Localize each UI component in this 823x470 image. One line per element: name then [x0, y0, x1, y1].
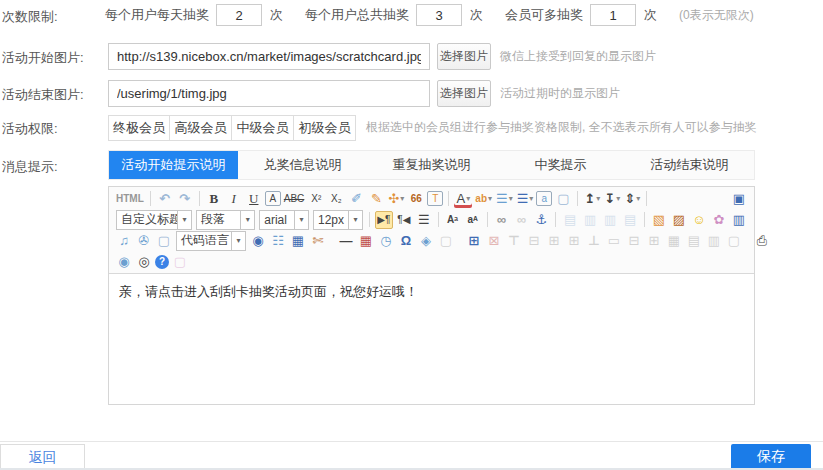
unordered-list-icon[interactable]: ☰▾ [516, 190, 535, 208]
chevron-down-icon[interactable]: ▾ [466, 190, 470, 207]
underline-icon[interactable]: U [245, 190, 263, 208]
line-height-icon[interactable]: ⇕▾ [623, 190, 641, 208]
rtl-paragraph-icon[interactable]: ¶◀ [395, 211, 413, 229]
emotion-icon[interactable]: ☺ [690, 211, 708, 229]
chevron-down-icon[interactable]: ▾ [509, 190, 513, 207]
help-icon[interactable]: ? [155, 255, 169, 269]
back-button[interactable]: 返回 [0, 444, 85, 470]
scrawl-icon[interactable]: ✿ [710, 211, 728, 229]
chevron-down-icon[interactable]: ▾ [240, 211, 254, 229]
formula-icon[interactable]: ▢ [437, 232, 455, 250]
chevron-down-icon[interactable]: ▾ [348, 211, 362, 229]
fullscreen-icon[interactable]: ▣ [730, 190, 748, 208]
paragraph-space-top-icon[interactable]: ↥▾ [583, 190, 601, 208]
chevron-down-icon[interactable]: ▾ [488, 190, 492, 207]
table-shade-icon[interactable]: ▦ [665, 232, 683, 250]
baidu-app-icon[interactable]: ◈ [417, 232, 435, 250]
member-extra-input[interactable] [590, 4, 636, 26]
message-tab[interactable]: 中奖提示 [496, 151, 625, 179]
map-icon[interactable]: ◉ [249, 232, 267, 250]
unlink-icon[interactable]: ∞ [512, 211, 530, 229]
template-icon[interactable]: ▦ [289, 232, 307, 250]
html-source-icon[interactable]: HTML [115, 190, 145, 208]
insert-row-icon[interactable]: ⊞ [545, 232, 563, 250]
image-none-float-icon[interactable]: ▤ [561, 211, 579, 229]
per-day-input[interactable] [216, 4, 262, 26]
paragraph-space-bottom-icon[interactable]: ↧▾ [603, 190, 621, 208]
member-group-button[interactable]: 终极会员 [108, 115, 170, 141]
chevron-down-icon[interactable]: ▾ [294, 211, 308, 229]
remove-format-icon[interactable]: ✐ [347, 190, 365, 208]
font-color-icon[interactable]: A▾ [454, 190, 472, 208]
member-group-button[interactable]: 初级会员 [294, 115, 356, 141]
strikethrough-icon[interactable]: ABC [283, 190, 306, 208]
message-tab[interactable]: 兑奖信息说明 [238, 151, 367, 179]
find-replace-icon[interactable]: ◎ [135, 253, 153, 271]
screenshot-icon[interactable]: ✄ [309, 232, 327, 250]
image-left-float-icon[interactable]: ▥ [581, 211, 599, 229]
lowercase-icon[interactable]: aᴬ [464, 211, 482, 229]
paste-plain-icon[interactable]: T [427, 191, 443, 206]
anchor-label-icon[interactable]: a [536, 191, 552, 206]
border-text-icon[interactable]: A [265, 191, 281, 206]
image-center-icon[interactable]: ▤ [621, 211, 639, 229]
autotypeset-icon[interactable]: ✣▾ [387, 190, 405, 208]
paste-grayed-icon[interactable]: ▢ [171, 253, 189, 271]
ordered-list-icon[interactable]: ☰▾ [495, 190, 514, 208]
horizontal-rule-icon[interactable]: — [337, 232, 355, 250]
code-language-select[interactable]: 代码语言▾ [176, 231, 246, 251]
table-title-icon[interactable]: ⊤ [505, 232, 523, 250]
redo-icon[interactable]: ↷ [176, 190, 194, 208]
insert-col-icon[interactable]: ⊞ [565, 232, 583, 250]
end-image-pick-button[interactable]: 选择图片 [437, 80, 491, 107]
font-size-select[interactable]: 12px▾ [313, 210, 363, 230]
print-icon[interactable]: ⎙ [753, 232, 771, 250]
message-tab[interactable]: 活动开始提示说明 [109, 151, 238, 179]
ltr-paragraph-icon[interactable]: ▶¶ [375, 211, 393, 229]
total-input[interactable] [416, 4, 462, 26]
music-icon[interactable]: ♫ [115, 232, 133, 250]
italic-icon[interactable]: I [225, 190, 243, 208]
image-right-float-icon[interactable]: ▥ [601, 211, 619, 229]
chevron-down-icon[interactable]: ▾ [596, 190, 600, 207]
first-line-indent-icon[interactable]: ☰ [415, 211, 433, 229]
member-group-button[interactable]: 中级会员 [232, 115, 294, 141]
subscript-icon[interactable]: X₂ [327, 190, 345, 208]
end-image-input[interactable] [108, 80, 430, 107]
merge-down-icon[interactable]: ⊞ [645, 232, 663, 250]
superscript-icon[interactable]: X² [307, 190, 325, 208]
insert-frame-icon[interactable]: ▢ [155, 232, 173, 250]
blank-doc-icon[interactable]: ▢ [554, 190, 572, 208]
merge-right-icon[interactable]: ⊟ [625, 232, 643, 250]
split-cell-icon[interactable]: ⊥ [585, 232, 603, 250]
start-image-input[interactable] [108, 43, 430, 70]
font-family-select[interactable]: arial▾ [259, 210, 309, 230]
format-brush-icon[interactable]: ✎ [367, 190, 385, 208]
attachment-icon[interactable]: ✇ [135, 232, 153, 250]
bold-icon[interactable]: B [205, 190, 223, 208]
link-icon[interactable]: ∞ [492, 211, 510, 229]
paragraph-select[interactable]: 段落▾ [196, 210, 255, 230]
insert-table-icon[interactable]: ⊞ [465, 232, 483, 250]
chevron-down-icon[interactable]: ▾ [616, 190, 620, 207]
custom-title-select[interactable]: 自定义标题▾ [116, 210, 192, 230]
delete-table-icon[interactable]: ⊠ [485, 232, 503, 250]
chevron-down-icon[interactable]: ▾ [177, 211, 191, 229]
blockquote-icon[interactable]: 66 [407, 190, 425, 208]
save-button[interactable]: 保存 [731, 444, 811, 470]
table-sort-icon[interactable]: ▤ [685, 232, 703, 250]
video-icon[interactable]: ▥ [730, 211, 748, 229]
editor-content[interactable]: 亲，请点击进入刮刮卡抽奖活动页面，祝您好运哦！ [109, 274, 754, 405]
member-group-button[interactable]: 高级会员 [170, 115, 232, 141]
undo-icon[interactable]: ↶ [156, 190, 174, 208]
cell-border-icon[interactable]: ▭ [605, 232, 623, 250]
image-manager-icon[interactable]: ▨ [670, 211, 688, 229]
table-text-icon[interactable]: ▥ [705, 232, 723, 250]
chevron-down-icon[interactable]: ▾ [529, 190, 533, 207]
message-tab[interactable]: 活动结束说明 [625, 151, 754, 179]
date-icon[interactable]: ▦ [357, 232, 375, 250]
message-tab[interactable]: 重复抽奖说明 [367, 151, 496, 179]
special-char-icon[interactable]: Ω [397, 232, 415, 250]
merge-cells-icon[interactable]: ⊟ [525, 232, 543, 250]
chevron-down-icon[interactable]: ▾ [636, 190, 640, 207]
